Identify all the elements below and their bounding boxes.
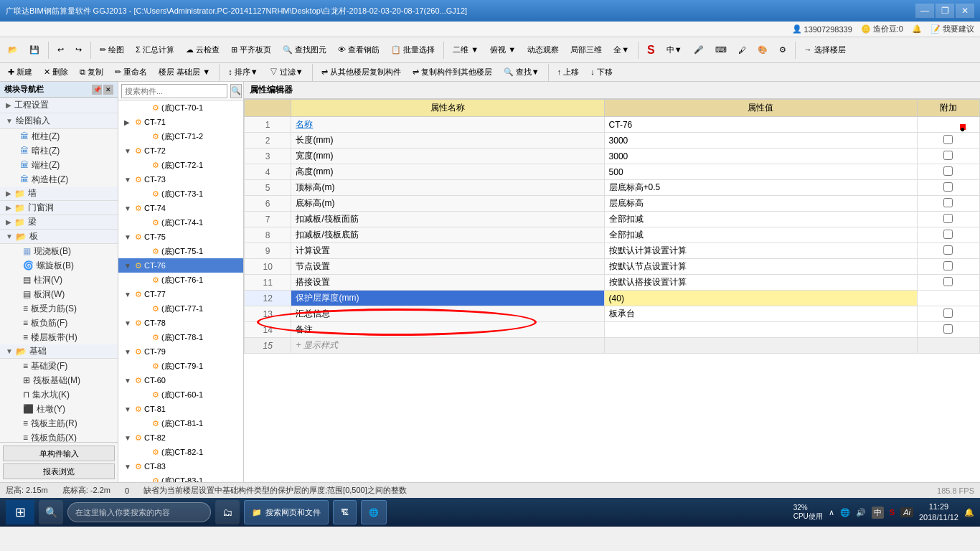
layer-select[interactable]: 楼层 基础层 ▼ — [154, 62, 215, 83]
user-phone[interactable]: 👤 13907298339 — [792, 24, 852, 34]
tool3-button[interactable]: ⚙ — [774, 40, 791, 60]
taskbar-app-ggj[interactable]: 🏗 — [333, 500, 357, 524]
prop-name-link[interactable]: 名称 — [296, 119, 313, 129]
nav-item-bslj[interactable]: ≡ 板受力筋(S) — [0, 301, 118, 316]
nav-item-xjb[interactable]: ▦ 现浇板(B) — [0, 244, 118, 258]
tool1-button[interactable]: 🖋 — [733, 40, 751, 60]
attach-checkbox[interactable] — [943, 261, 953, 270]
tree-item-ct60[interactable]: ▼ ⚙ CT-60 — [118, 373, 243, 387]
attach-checkbox[interactable] — [943, 324, 953, 334]
task-view-button[interactable]: 🗂 — [215, 500, 240, 524]
tree-item-ct82[interactable]: ▼ ⚙ CT-82 — [118, 430, 243, 445]
open-button[interactable]: 📂 — [3, 40, 23, 60]
delete-button[interactable]: ✕ 删除 — [39, 62, 73, 83]
tree-item-ct79[interactable]: ▼ ⚙ CT-79 — [118, 344, 243, 359]
selectfloor-button[interactable]: → 选择楼层 — [799, 40, 851, 60]
feedback-item[interactable]: 📝 我要建议 — [930, 24, 974, 34]
tree-item-ct75-1[interactable]: ⚙ (底)CT-75-1 — [118, 244, 243, 258]
tree-item-ct81-1[interactable]: ⚙ (底)CT-81-1 — [118, 416, 243, 430]
tree-item-ct76[interactable]: ▼ ⚙ CT-76 — [118, 258, 243, 273]
nav-item-bdw[interactable]: ▤ 板洞(W) — [0, 287, 118, 301]
filter-button[interactable]: ▽ 过滤▼ — [265, 62, 308, 83]
tree-item-ct72[interactable]: ▼ ⚙ CT-72 — [118, 143, 243, 158]
nav-item-lxb[interactable]: 🌀 螺旋板(B) — [0, 258, 118, 273]
taskbar-search[interactable]: 在这里输入你要搜索的内容 — [67, 502, 211, 522]
tree-item-ct75[interactable]: ▼ ⚙ CT-75 — [118, 230, 243, 244]
nav-item-zdv[interactable]: ▤ 柱洞(V) — [0, 273, 118, 287]
tree-item-ct74[interactable]: ▼ ⚙ CT-74 — [118, 201, 243, 215]
system-clock[interactable]: 11:29 2018/11/12 — [919, 501, 958, 524]
tree-item-ct74-1[interactable]: ⚙ (底)CT-74-1 — [118, 215, 243, 230]
ime-indicator[interactable]: 中 — [872, 507, 884, 519]
attach-checkbox[interactable] — [943, 135, 953, 144]
find-button[interactable]: 🔍 查找▼ — [499, 62, 545, 83]
tree-item-ct70-1[interactable]: ⚙ (底)CT-70-1 — [118, 100, 243, 115]
attach-checkbox[interactable] — [943, 182, 953, 192]
cost-item[interactable]: 🪙 造价豆:0 — [861, 24, 903, 34]
mid-button[interactable]: 中▼ — [661, 40, 687, 60]
prop-name-protection[interactable]: 保护层厚度(mm) — [291, 291, 604, 306]
cloud-button[interactable]: ☁ 云检查 — [181, 40, 225, 60]
attach-checkbox[interactable] — [943, 245, 953, 255]
close-button[interactable]: ✕ — [956, 4, 974, 18]
nav-item-kz[interactable]: 🏛 框柱(Z) — [0, 129, 118, 143]
single-input-button[interactable]: 单构件输入 — [3, 446, 115, 461]
search-input[interactable] — [121, 84, 227, 98]
attach-checkbox[interactable] — [943, 309, 953, 318]
nav-item-bfj[interactable]: ≡ 板负筋(F) — [0, 316, 118, 330]
local3d-button[interactable]: 局部三维 — [565, 40, 607, 60]
tree-item-ct83[interactable]: ▼ ⚙ CT-83 — [118, 459, 243, 474]
tree-item-ct79-1[interactable]: ⚙ (底)CT-79-1 — [118, 359, 243, 373]
nav-pin-button[interactable]: 📌 — [92, 85, 102, 95]
tree-item-ct76-1[interactable]: ⚙ (底)CT-76-1 — [118, 273, 243, 287]
calc-button[interactable]: Σ 汇总计算 — [131, 40, 179, 60]
attach-checkbox[interactable] — [943, 214, 953, 223]
platepage-button[interactable]: ⊞ 平齐板页 — [226, 40, 276, 60]
nav-item-jichi[interactable]: ▼ 📂 基础 — [0, 344, 118, 359]
nav-close-button[interactable]: ✕ — [103, 85, 113, 95]
nav-item-fbfjx[interactable]: ≡ 筏板负筋(X) — [0, 430, 118, 442]
up-arrow-icon[interactable]: ∧ — [829, 508, 834, 517]
batchsel-button[interactable]: 📋 批量选择 — [386, 40, 440, 60]
tree-item-ct82-1[interactable]: ⚙ (底)CT-82-1 — [118, 445, 243, 459]
kbd-button[interactable]: ⌨ — [710, 40, 732, 60]
copyto-button[interactable]: ⇌ 复制构件到其他楼层 — [407, 62, 497, 83]
nav-item-slab[interactable]: ▼ 📂 板 — [0, 230, 118, 244]
viewsteel-button[interactable]: 👁 查看钢筋 — [333, 40, 385, 60]
restore-button[interactable]: ❐ — [936, 4, 954, 18]
mic-button[interactable]: 🎤 — [689, 40, 709, 60]
tree-item-ct73[interactable]: ▼ ⚙ CT-73 — [118, 172, 243, 187]
nav-item-beam[interactable]: ▶ 📁 梁 — [0, 215, 118, 230]
nav-item-fbzjr[interactable]: ≡ 筏板主筋(R) — [0, 416, 118, 430]
nav-section-settings[interactable]: ▶ 工程设置 — [0, 98, 118, 113]
topview-button[interactable]: 俯视 ▼ — [485, 40, 521, 60]
taskbar-app-browser[interactable]: 🌐 — [361, 500, 387, 524]
nav-item-jskk[interactable]: ⊓ 集水坑(K) — [0, 387, 118, 402]
undo-button[interactable]: ↩ — [52, 40, 69, 60]
nav-section-draw[interactable]: ▼ 绘图输入 — [0, 113, 118, 129]
sort-button[interactable]: ↕ 排序▼ — [223, 62, 263, 83]
prop-value[interactable]: CT-76 — [604, 117, 917, 133]
nav-item-zdy[interactable]: ⬛ 柱墩(Y) — [0, 402, 118, 416]
sogou-icon[interactable]: S — [642, 40, 660, 60]
tree-item-ct78-1[interactable]: ⚙ (底)CT-78-1 — [118, 330, 243, 344]
start-button[interactable]: ⊞ — [6, 500, 34, 524]
bell-item[interactable]: 🔔 — [912, 24, 922, 34]
attach-checkbox[interactable] — [943, 166, 953, 176]
tree-item-ct81[interactable]: ▼ ⚙ CT-81 — [118, 402, 243, 416]
prop-value-protection[interactable]: (40) — [604, 291, 917, 306]
nav-item-gzz[interactable]: 🏛 构造柱(Z) — [0, 172, 118, 187]
rename-button[interactable]: ✏ 重命名 — [110, 62, 152, 83]
notification-bell[interactable]: 🔔 — [964, 508, 974, 517]
findelem-button[interactable]: 🔍 查找图元 — [278, 40, 331, 60]
copy-button[interactable]: ⧉ 复制 — [75, 62, 108, 83]
taskbar-app-explorer[interactable]: 📁 搜索网页和文件 — [244, 500, 329, 524]
tree-item-ct73-1[interactable]: ⚙ (底)CT-73-1 — [118, 187, 243, 201]
new-button[interactable]: ✚ 新建 — [3, 62, 37, 83]
nav-item-lcbd[interactable]: ≡ 楼层板带(H) — [0, 330, 118, 344]
tree-item-ct71-2[interactable]: ⚙ (底)CT-71-2 — [118, 129, 243, 143]
nav-item-jclf[interactable]: ≡ 基础梁(F) — [0, 359, 118, 373]
attach-checkbox[interactable] — [943, 277, 953, 286]
tree-item-ct83-1[interactable]: ⚙ (底)CT-83-1 — [118, 474, 243, 482]
up-button[interactable]: ↑ 上移 — [552, 62, 585, 83]
